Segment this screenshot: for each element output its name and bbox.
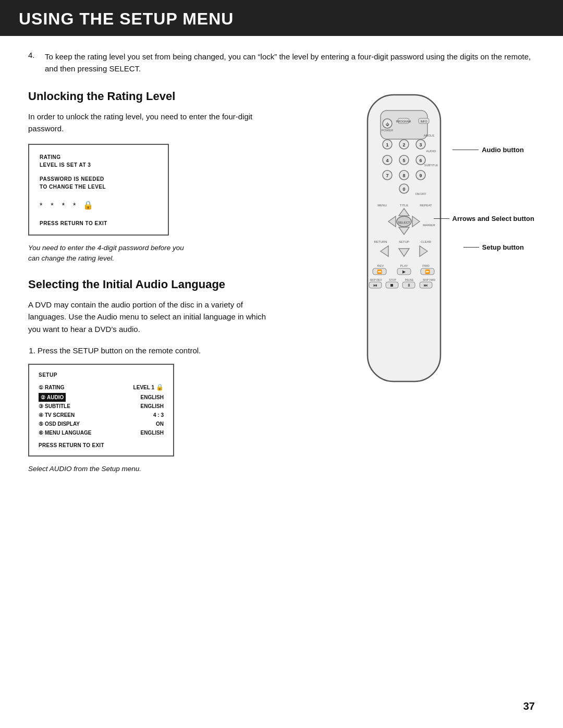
svg-text:6: 6 (419, 158, 422, 163)
svg-text:3: 3 (419, 142, 422, 147)
svg-text:SKIP FWD: SKIP FWD (423, 278, 435, 281)
svg-text:POWER: POWER (382, 129, 394, 132)
svg-text:RETURN: RETURN (374, 240, 387, 243)
arrows-select-label: Arrows and Select button (452, 215, 534, 224)
svg-text:⏮: ⏮ (373, 283, 377, 288)
setup-menu-box: SETUP ① RATING LEVEL 1 🔒 ② (28, 364, 174, 456)
press-return-1: PRESS RETURN TO EXIT (40, 219, 157, 227)
svg-text:REV: REV (377, 264, 384, 267)
screen-line2: LEVEL IS SET AT 3 (40, 161, 157, 169)
password-row: * * * * 🔒 (40, 200, 157, 210)
step-number: 4. (28, 51, 40, 75)
page-number: 37 (523, 700, 535, 712)
right-column: ⏻ POWER PROGRAM INFO INFO ANGLE (284, 90, 535, 393)
setup-row-audio: ② AUDIO ENGLISH (39, 393, 164, 402)
selecting-body: A DVD may contain the audio portion of t… (28, 299, 268, 335)
svg-text:AUDIO: AUDIO (426, 150, 436, 153)
setup-row-subtitle: ③ SUBTITLE ENGLISH (39, 402, 164, 411)
svg-text:2: 2 (402, 142, 405, 147)
svg-text:CLEAR: CLEAR (421, 240, 432, 243)
step-1: Press the SETUP button on the remote con… (38, 344, 268, 356)
two-col-layout: Unlocking the Rating Level In order to u… (28, 90, 535, 474)
svg-text:⏭: ⏭ (424, 283, 428, 288)
svg-text:SELECT: SELECT (398, 221, 410, 224)
svg-text:PROGRAM: PROGRAM (396, 120, 411, 123)
setup-item-rating: ① RATING (39, 382, 65, 392)
svg-text:1: 1 (386, 142, 388, 147)
setup-caption: Select AUDIO from the Setup menu. (28, 464, 179, 474)
setup-row-rating: ① RATING LEVEL 1 🔒 (39, 382, 164, 392)
press-return-2: PRESS RETURN TO EXIT (39, 442, 164, 448)
svg-text:⏻: ⏻ (386, 122, 389, 126)
setup-row-tvscreen: ④ TV SCREEN 4 : 3 (39, 411, 164, 419)
selecting-heading: Selecting the Initial Audio Language (28, 278, 268, 291)
page-content: 4. To keep the rating level you set from… (0, 51, 563, 474)
svg-text:INFO: INFO (420, 120, 427, 123)
step4-text: To keep the rating level you set from be… (45, 51, 535, 75)
left-column: Unlocking the Rating Level In order to u… (28, 90, 268, 474)
unlocking-caption: You need to enter the 4-digit password b… (28, 243, 190, 263)
svg-text:8: 8 (402, 173, 405, 178)
password-stars: * * * * (40, 201, 79, 209)
svg-text:ON-OFF: ON-OFF (415, 192, 426, 195)
rating-screen-box: RATING LEVEL IS SET AT 3 PASSWORD IS NEE… (28, 144, 169, 236)
svg-text:FWD: FWD (422, 264, 430, 267)
svg-text:⏹: ⏹ (390, 283, 394, 288)
unlocking-heading: Unlocking the Rating Level (28, 90, 268, 103)
svg-text:REPEAT: REPEAT (420, 204, 432, 207)
svg-text:▶: ▶ (402, 269, 406, 274)
svg-text:MENU: MENU (377, 204, 387, 207)
svg-text:TITLE: TITLE (400, 204, 408, 207)
audio-label-container: Audio button (452, 146, 524, 155)
svg-text:SETUP: SETUP (399, 240, 409, 243)
page-header: Using the Setup Menu (0, 0, 563, 36)
svg-text:0: 0 (402, 187, 405, 192)
page-title: Using the Setup Menu (19, 9, 544, 29)
remote-svg: ⏻ POWER PROGRAM INFO INFO ANGLE (352, 90, 456, 392)
setup-row-menulang: ⑥ MENU LANGUAGE ENGLISH (39, 428, 164, 437)
selecting-steps: Press the SETUP button on the remote con… (28, 344, 268, 356)
svg-text:MARKER: MARKER (423, 224, 435, 227)
svg-text:4: 4 (386, 158, 388, 163)
audio-button-label: Audio button (482, 146, 524, 155)
setup-row-osd: ⑤ OSD DISPLAY ON (39, 419, 164, 428)
unlocking-body: In order to unlock the rating level, you… (28, 110, 268, 135)
lock-icon: 🔒 (83, 200, 96, 210)
svg-text:5: 5 (402, 158, 405, 163)
screen-line1: RATING (40, 153, 157, 161)
svg-text:SUBTITLE: SUBTITLE (424, 164, 438, 167)
screen-line4: TO CHANGE THE LEVEL (40, 183, 157, 191)
svg-text:STOP: STOP (389, 278, 396, 281)
svg-text:⏪: ⏪ (377, 269, 382, 274)
remote-wrapper: ⏻ POWER PROGRAM INFO INFO ANGLE (352, 90, 467, 393)
setup-button-label: Setup button (482, 243, 524, 252)
setup-title: SETUP (39, 372, 164, 378)
svg-text:7: 7 (386, 173, 388, 178)
svg-text:⏩: ⏩ (425, 269, 430, 274)
svg-text:PLAY: PLAY (400, 264, 408, 267)
screen-line3: PASSWORD IS NEEDED (40, 175, 157, 183)
svg-text:⏸: ⏸ (407, 283, 411, 288)
svg-text:9: 9 (419, 173, 422, 178)
setup-item-audio: ② AUDIO (39, 393, 66, 402)
setup-button-label-container: Setup button (463, 243, 524, 252)
svg-text:PAUSE: PAUSE (405, 278, 414, 281)
arrows-select-label-container: Arrows and Select button (434, 215, 534, 224)
svg-text:ANGLE: ANGLE (424, 134, 434, 137)
svg-text:SKIP REV: SKIP REV (370, 278, 383, 281)
